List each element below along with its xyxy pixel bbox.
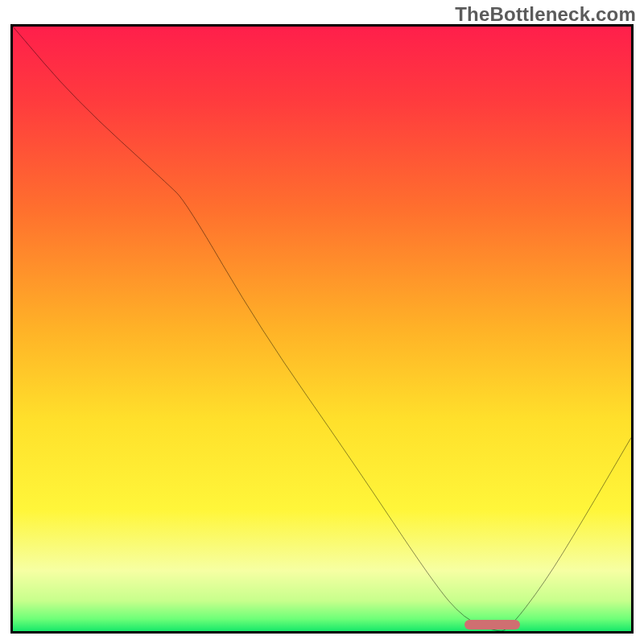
optimum-marker <box>464 620 520 630</box>
watermark-text: TheBottleneck.com <box>455 3 636 26</box>
chart-container: TheBottleneck.com <box>0 0 644 644</box>
plot-area <box>10 24 634 634</box>
bottleneck-curve <box>13 27 631 631</box>
